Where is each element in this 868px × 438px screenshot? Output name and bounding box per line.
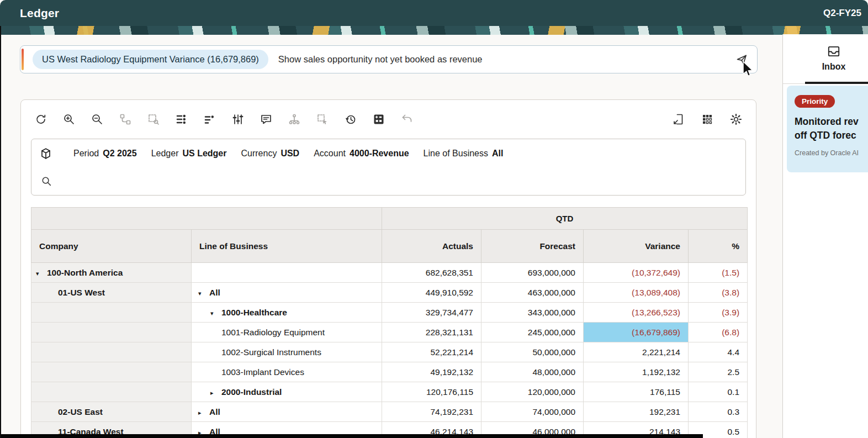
table-row: 02-US East▸All74,192,23174,000,000192,23… — [31, 402, 748, 422]
filter-label: Period — [73, 149, 99, 159]
table-row: 1003-Implant Devices49,192,13248,000,000… — [31, 362, 748, 382]
cell-actuals[interactable]: 329,734,477 — [382, 303, 481, 323]
expand-caret-icon[interactable]: ▸ — [210, 389, 221, 397]
filter-currency[interactable]: CurrencyUSD — [241, 149, 299, 159]
cell-variance[interactable]: (13,266,523) — [584, 303, 689, 323]
cell-actuals[interactable]: 120,176,115 — [382, 382, 481, 402]
search-icon[interactable] — [40, 175, 52, 187]
cell-line-of-business[interactable]: 1002-Surgical Instruments — [192, 342, 382, 362]
refresh-icon[interactable] — [34, 113, 47, 126]
cell-line-of-business[interactable]: ▸2000-Industrial — [192, 382, 382, 402]
cell-forecast[interactable]: 50,000,000 — [481, 342, 584, 362]
cell-line-of-business[interactable]: 1003-Implant Devices — [192, 362, 382, 382]
cell-percent[interactable]: 0.3 — [689, 402, 748, 422]
cell-variance[interactable]: 1,192,132 — [584, 362, 689, 382]
table-row: ▾100-North America682,628,351693,000,000… — [31, 263, 748, 283]
cell-percent[interactable]: 2.5 — [689, 362, 748, 382]
filter-account[interactable]: Account4000-Revenue — [314, 149, 409, 159]
hierarchy-icon[interactable] — [288, 113, 301, 126]
cell-variance[interactable]: (13,089,408) — [584, 283, 689, 303]
cell-variance[interactable]: 192,231 — [584, 402, 689, 422]
toolbar-right — [672, 113, 743, 126]
cell-forecast[interactable]: 343,000,000 — [481, 303, 584, 323]
filter-label: Account — [314, 149, 346, 159]
cell-forecast[interactable]: 74,000,000 — [481, 402, 584, 422]
cell-variance[interactable]: 2,221,214 — [584, 342, 689, 362]
cell-forecast[interactable]: 245,000,000 — [481, 323, 584, 342]
cell-actuals[interactable]: 52,221,214 — [382, 342, 481, 362]
filter-ledger[interactable]: LedgerUS Ledger — [151, 149, 227, 159]
marquee-select-icon[interactable] — [316, 113, 329, 126]
cell-forecast[interactable]: 48,000,000 — [481, 362, 584, 382]
history-icon[interactable] — [344, 113, 357, 126]
data-grid-icon[interactable] — [372, 113, 385, 126]
context-chip[interactable]: US West Radiology Equipment Variance (16… — [33, 50, 268, 69]
col-header-percent[interactable]: % — [689, 230, 748, 263]
ai-prompt-input[interactable]: US West Radiology Equipment Variance (16… — [20, 45, 758, 73]
inbox-item-card[interactable]: Priority Monitored rev off QTD forec Cre… — [787, 86, 868, 172]
filter-value: All — [492, 149, 503, 159]
col-header-line-of-business[interactable]: Line of Business — [192, 230, 382, 263]
cell-line-of-business[interactable]: 1001-Radiology Equipment — [192, 323, 382, 342]
cell-percent[interactable]: (6.8) — [689, 323, 748, 342]
filter-value: USD — [280, 149, 299, 159]
col-header-variance[interactable]: Variance — [584, 230, 689, 263]
collapse-caret-icon[interactable]: ▾ — [198, 290, 209, 297]
cell-actuals[interactable]: 74,192,231 — [382, 402, 481, 422]
cell-forecast[interactable]: 693,000,000 — [481, 263, 584, 283]
cell-company[interactable]: 02-US East — [31, 402, 192, 422]
drill-icon[interactable] — [119, 113, 132, 126]
zoom-in-icon[interactable] — [62, 113, 76, 126]
cell-company[interactable] — [31, 362, 192, 382]
cell-company[interactable]: ▾100-North America — [31, 263, 192, 283]
col-header-forecast[interactable]: Forecast — [481, 230, 584, 263]
cell-percent[interactable]: 4.4 — [689, 342, 748, 362]
cell-company[interactable] — [31, 382, 192, 402]
cell-actuals[interactable]: 49,192,132 — [382, 362, 481, 382]
filter-line-of-business[interactable]: Line of BusinessAll — [424, 149, 504, 159]
cell-company[interactable] — [31, 323, 192, 342]
cell-forecast[interactable]: 120,000,000 — [481, 382, 584, 402]
prompt-input-text[interactable]: Show sales opportunity not yet booked as… — [278, 54, 483, 65]
collapse-levels-icon[interactable] — [203, 113, 216, 126]
cell-company[interactable] — [31, 303, 192, 323]
cell-line-of-business[interactable] — [192, 263, 382, 283]
cell-percent[interactable]: (3.8) — [689, 283, 748, 303]
cell-percent[interactable]: (3.9) — [689, 303, 748, 323]
expand-levels-icon[interactable] — [175, 113, 188, 126]
cell-company[interactable] — [31, 342, 192, 362]
zoom-out-icon[interactable] — [91, 113, 104, 126]
cell-percent[interactable]: 0.1 — [689, 382, 748, 402]
settings-icon[interactable] — [729, 113, 743, 126]
cell-actuals[interactable]: 228,321,131 — [382, 323, 481, 342]
filter-period[interactable]: PeriodQ2 2025 — [73, 149, 137, 159]
table-row: ▾1000-Healthcare329,734,477343,000,000(1… — [31, 303, 748, 323]
grid-search-row[interactable] — [39, 167, 738, 195]
cell-actuals[interactable]: 449,910,592 — [382, 283, 481, 303]
col-header-actuals[interactable]: Actuals — [382, 230, 481, 263]
cell-company[interactable]: 01-US West — [31, 283, 192, 303]
cell-line-of-business[interactable]: ▾All — [192, 283, 382, 303]
cell-variance[interactable]: 176,115 — [584, 382, 689, 402]
col-header-company[interactable]: Company — [31, 230, 192, 263]
cell-line-of-business[interactable]: ▾1000-Healthcare — [192, 303, 382, 323]
cell-actuals[interactable]: 682,628,351 — [382, 263, 481, 283]
filter-items: PeriodQ2 2025LedgerUS LedgerCurrencyUSDA… — [73, 149, 503, 159]
tab-inbox[interactable]: Inbox — [783, 34, 868, 84]
sliders-icon[interactable] — [231, 113, 245, 126]
inbox-icon — [827, 44, 841, 59]
export-icon[interactable] — [672, 113, 685, 126]
grid-icon[interactable] — [701, 113, 714, 126]
page-title: Ledger — [20, 7, 59, 20]
collapse-caret-icon[interactable]: ▾ — [36, 270, 47, 277]
zoom-region-icon[interactable] — [147, 113, 160, 126]
cell-variance[interactable]: (16,679,869) — [584, 323, 689, 342]
collapse-caret-icon[interactable]: ▾ — [210, 310, 221, 317]
cell-line-of-business[interactable]: ▸All — [192, 402, 382, 422]
undo-icon[interactable] — [400, 113, 414, 126]
cell-forecast[interactable]: 463,000,000 — [481, 283, 584, 303]
cell-variance[interactable]: (10,372,649) — [584, 263, 689, 283]
expand-caret-icon[interactable]: ▸ — [198, 409, 209, 416]
comment-icon[interactable] — [260, 113, 273, 126]
cell-percent[interactable]: (1.5) — [689, 263, 748, 283]
